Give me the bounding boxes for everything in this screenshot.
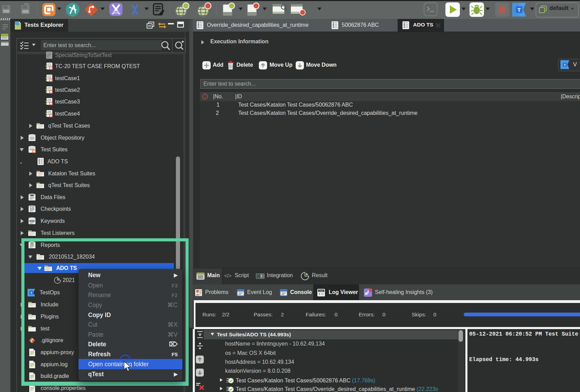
svg-text:LOG: LOG <box>319 290 323 292</box>
svg-text:T: T <box>564 63 566 67</box>
svg-text:TEST: TEST <box>113 12 119 14</box>
svg-text:T: T <box>517 7 520 13</box>
